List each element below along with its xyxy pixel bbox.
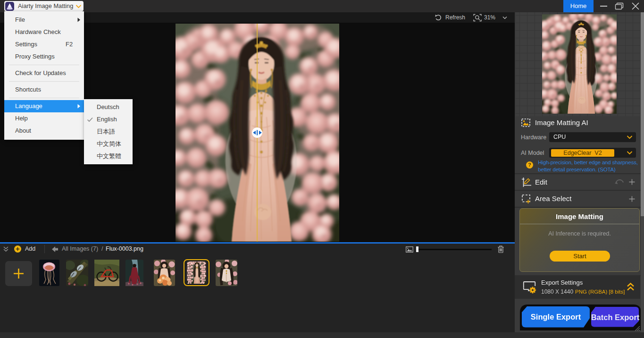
- svg-text:Batch Export: Batch Export: [591, 313, 640, 321]
- svg-text:Single Export: Single Export: [531, 313, 581, 321]
